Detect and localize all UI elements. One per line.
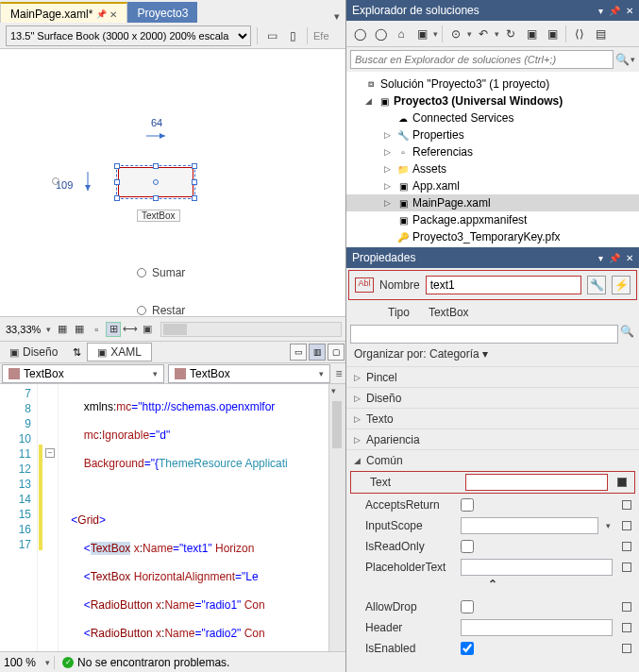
prop-inputscope-input[interactable] [461, 517, 598, 534]
solution-search-input[interactable] [350, 50, 614, 69]
collapse-icon[interactable]: ↶ [474, 25, 493, 43]
panel-pin-icon[interactable]: 📌 [609, 6, 620, 16]
snap2-icon[interactable]: ▫ [89, 322, 104, 337]
cat-diseno[interactable]: ▷Diseño [346, 387, 639, 408]
panel-pin-icon[interactable]: 📌 [609, 253, 620, 263]
solution-node[interactable]: ⧈Solución "Proyecto3" (1 proyecto) [346, 76, 639, 92]
orientation-portrait-icon[interactable]: ▭ [263, 27, 280, 44]
cat-comun[interactable]: ◢Común [346, 449, 639, 470]
pin-icon[interactable]: 📌 [96, 9, 106, 19]
design-radio-sumar[interactable]: Sumar [137, 266, 185, 279]
organize-by[interactable]: Organizar por: Categoría ▾ [346, 345, 639, 366]
scope-icon[interactable]: ⊙ [446, 25, 465, 43]
prop-placeholder-input[interactable] [461, 559, 613, 576]
home-icon[interactable]: ⌂ [392, 25, 411, 43]
preview-icon[interactable]: ▤ [591, 25, 610, 43]
code-split-icon[interactable]: ≡ [332, 367, 345, 380]
refresh-icon[interactable]: ↻ [501, 25, 520, 43]
svg-marker-3 [85, 185, 91, 191]
wrench-icon[interactable]: 🔧 [587, 276, 606, 294]
prop-marker-icon[interactable] [622, 563, 631, 572]
anchor-handle[interactable] [52, 177, 59, 185]
type-dropdown[interactable]: TextBox▾ [2, 364, 164, 383]
device-select[interactable]: 13.5" Surface Book (3000 x 2000) 200% es… [6, 25, 251, 46]
project-node[interactable]: ◢▣Proyecto3 (Universal Windows) [346, 92, 639, 109]
snap-icon[interactable]: ▦ [72, 322, 87, 337]
split-tab-xaml[interactable]: ▣ XAML [87, 343, 152, 361]
prop-header-input[interactable] [461, 619, 613, 636]
tab-proyecto3[interactable]: Proyecto3 [127, 2, 197, 23]
search-icon[interactable]: 🔍 [618, 325, 635, 344]
cat-pincel[interactable]: ▷Pincel [346, 366, 639, 387]
prop-isenabled-checkbox[interactable] [461, 642, 474, 655]
prop-acceptsreturn-checkbox[interactable] [461, 498, 474, 512]
events-icon[interactable]: ⚡ [612, 276, 631, 294]
tree-mainpage-xaml[interactable]: ▷▣MainPage.xaml [346, 194, 639, 211]
zoom-dropdown-icon[interactable]: ▾ [44, 325, 53, 334]
h-scrollbar[interactable] [160, 322, 342, 337]
zoom-fit-icon[interactable]: ▣ [140, 322, 155, 337]
design-radio-restar[interactable]: Restar [137, 304, 185, 316]
copy-icon[interactable]: ▣ [543, 25, 562, 43]
solution-toolbar: ◯ ◯ ⌂ ▣▾ ⊙▾ ↶▾ ↻ ▣ ▣ ⟨⟩ ▤ [346, 21, 639, 47]
center-handle[interactable] [153, 179, 159, 185]
fold-toggle-icon[interactable]: − [45, 448, 55, 458]
expand-pane-icon[interactable]: ▢ [328, 344, 345, 361]
panel-close-icon[interactable]: ✕ [626, 253, 633, 263]
search-icon[interactable]: 🔍 [614, 53, 631, 66]
split-horizontal-icon[interactable]: ▭ [290, 344, 307, 361]
prop-marker-icon[interactable] [617, 478, 627, 487]
orientation-landscape-icon[interactable]: ▯ [284, 27, 301, 44]
member-dropdown[interactable]: TextBox▾ [168, 364, 330, 383]
prop-marker-icon[interactable] [622, 521, 631, 530]
zoom-value[interactable]: 33,33% [4, 324, 42, 335]
tab-label: Proyecto3 [137, 7, 188, 20]
v-scrollbar[interactable]: ▾ [328, 384, 345, 651]
tab-mainpage[interactable]: MainPage.xaml* 📌 ✕ [0, 2, 127, 23]
prop-allowdrop-checkbox[interactable] [461, 600, 474, 613]
close-icon[interactable]: ✕ [109, 9, 117, 20]
prop-marker-icon[interactable] [622, 602, 631, 612]
tree-properties[interactable]: ▷🔧Properties [346, 126, 639, 143]
forward-icon[interactable]: ◯ [371, 25, 390, 43]
back-icon[interactable]: ◯ [350, 25, 369, 43]
sync-icon[interactable]: ▣ [412, 25, 431, 43]
properties-search-input[interactable] [350, 325, 618, 344]
tree-references[interactable]: ▷▫Referencias [346, 143, 639, 160]
panel-close-icon[interactable]: ✕ [626, 6, 633, 16]
document-tabs: MainPage.xaml* 📌 ✕ Proyecto3 ▾ [0, 0, 345, 23]
selection-label: TextBox [137, 210, 180, 222]
props-icon[interactable]: ⟨⟩ [570, 25, 589, 43]
tree-app-xaml[interactable]: ▷▣App.xaml [346, 177, 639, 194]
prop-marker-icon[interactable] [622, 500, 631, 510]
tab-overflow-dropdown[interactable]: ▾ [328, 10, 345, 23]
code-editor[interactable]: 7891011121314151617 − xmlns:mc="http://s… [0, 384, 345, 651]
panel-menu-icon[interactable]: ▾ [598, 253, 603, 263]
snap-lines-icon[interactable]: ⊞ [106, 322, 121, 337]
name-input[interactable] [426, 276, 581, 294]
panel-menu-icon[interactable]: ▾ [598, 6, 603, 16]
prop-text-input[interactable] [465, 474, 608, 491]
expand-more-icon[interactable]: ⌃ [346, 578, 639, 596]
solution-tree[interactable]: ⧈Solución "Proyecto3" (1 proyecto) ◢▣Pro… [346, 72, 639, 247]
prop-isreadonly-checkbox[interactable] [461, 540, 474, 553]
tree-manifest[interactable]: ▣Package.appxmanifest [346, 211, 639, 228]
prop-marker-icon[interactable] [622, 623, 631, 632]
code-lines[interactable]: xmlns:mc="http://schemas.openxmlfor mc:I… [59, 384, 328, 651]
split-vertical-icon[interactable]: ▥ [309, 344, 326, 361]
prop-marker-icon[interactable] [622, 644, 631, 653]
tree-assets[interactable]: ▷📁Assets [346, 160, 639, 177]
grid-icon[interactable]: ▦ [55, 322, 70, 337]
zoom-status[interactable]: 100 % [0, 656, 45, 669]
prop-marker-icon[interactable] [622, 542, 631, 551]
show-all-icon[interactable]: ▣ [522, 25, 541, 43]
design-surface[interactable]: 64 109 TextBox Sumar Restar Button TextB… [0, 49, 345, 316]
tree-key[interactable]: 🔑Proyecto3_TemporaryKey.pfx [346, 228, 639, 245]
tree-connected-services[interactable]: ☁Connected Services [346, 109, 639, 126]
nav-dropdown-icon[interactable]: ▾ [331, 386, 336, 395]
cat-apariencia[interactable]: ▷Apariencia [346, 428, 639, 449]
cat-texto[interactable]: ▷Texto [346, 408, 639, 428]
swap-panes-icon[interactable]: ⇅ [67, 346, 87, 359]
split-tab-design[interactable]: ▣ Diseño [0, 344, 67, 361]
ruler-icon[interactable]: ⟷ [123, 322, 138, 337]
